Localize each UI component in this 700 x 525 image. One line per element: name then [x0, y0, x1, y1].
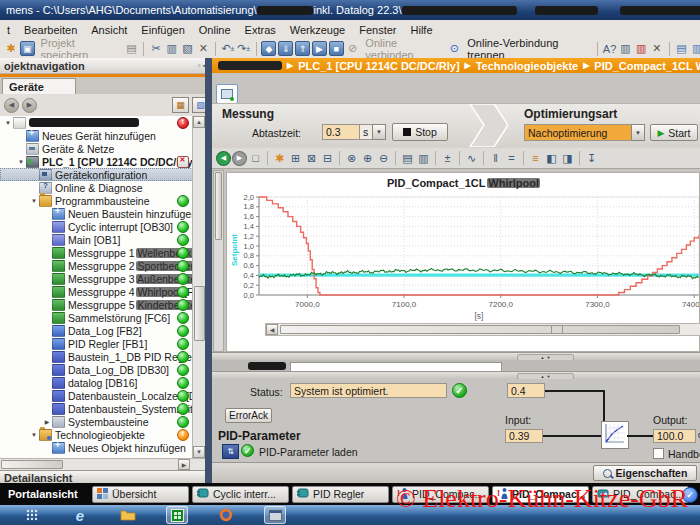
- start-simulation-icon[interactable]: ▥: [618, 41, 632, 56]
- editor-task-button[interactable]: Cyclic interr...: [192, 486, 289, 503]
- menu-item-werkzeuge[interactable]: Werkzeuge: [283, 24, 352, 36]
- detail-view-header[interactable]: Detailansicht: [0, 470, 209, 484]
- internet-explorer-icon[interactable]: e: [70, 507, 90, 523]
- tree-item[interactable]: Datenbaustein_Localzeit [DB28]: [0, 389, 205, 402]
- zoom-out-icon[interactable]: ⊖: [376, 151, 391, 166]
- download-to-device-icon[interactable]: ⇓: [278, 41, 293, 56]
- redo-icon[interactable]: ↷±: [237, 41, 251, 56]
- tree-item[interactable]: Messgruppe 4 Whirlpool [FC4]: [0, 285, 205, 298]
- tree-item[interactable]: Cyclic interrupt [OB30]: [0, 220, 205, 233]
- scroll-down-icon[interactable]: ▼: [193, 446, 205, 458]
- tree-item[interactable]: Datenbaustein_Systemzeit [DB24]: [0, 402, 205, 415]
- nav-back-icon[interactable]: ◀: [4, 98, 19, 113]
- output-value-field[interactable]: 100.0: [653, 429, 696, 443]
- error-ack-button[interactable]: ErrorAck: [225, 408, 272, 423]
- manual-mode-checkbox[interactable]: [653, 448, 664, 459]
- print-icon[interactable]: ▤: [124, 41, 138, 56]
- quick-launch-icon[interactable]: [22, 507, 42, 523]
- scroll-thumb[interactable]: [280, 325, 680, 334]
- tree-item[interactable]: Messgruppe 2 Sportbecken [FC2]: [0, 259, 205, 272]
- tree-item[interactable]: datalog [DB16]: [0, 376, 205, 389]
- copy-icon[interactable]: ▥: [165, 41, 179, 56]
- collapse-arrow-icon[interactable]: ▼: [3, 120, 13, 126]
- pan-icon[interactable]: ✱: [272, 151, 287, 166]
- start-button[interactable]: ▶ Start: [650, 124, 698, 141]
- zoom-selection-icon[interactable]: ⊟: [320, 151, 335, 166]
- folder-icon[interactable]: [118, 507, 138, 523]
- chart-horizontal-scrollbar[interactable]: ◀: [265, 323, 700, 336]
- tree-item[interactable]: Messgruppe 3 Außenbecken [FC3]: [0, 272, 205, 285]
- save-project-button[interactable]: Projekt speichern: [37, 37, 123, 61]
- properties-button[interactable]: Eigenschaften: [593, 465, 697, 481]
- menu-item-hilfe[interactable]: Hilfe: [404, 24, 440, 36]
- go-online-icon[interactable]: ⊘: [346, 41, 360, 56]
- scale-steps-icon[interactable]: ±: [440, 151, 455, 166]
- fit-height-icon[interactable]: ▤: [400, 151, 415, 166]
- scroll-up-icon[interactable]: ▲: [193, 116, 205, 128]
- tia-portal-taskbar-icon[interactable]: [166, 506, 188, 524]
- scroll-right-icon[interactable]: ▶: [178, 459, 190, 470]
- accessible-devices-icon[interactable]: A?: [603, 41, 617, 56]
- breadcrumb-plc[interactable]: PLC_1 [CPU 1214C DC/DC/Rly]: [298, 60, 459, 72]
- zoom-time-icon[interactable]: ⊗: [344, 151, 359, 166]
- tab-geraete[interactable]: Geräte: [2, 78, 76, 95]
- collapse-arrow-icon[interactable]: ▼: [16, 159, 26, 165]
- tree-item[interactable]: Sammelstörung [FC6]: [0, 311, 205, 324]
- breadcrumb-tech[interactable]: Technologieobjekte: [476, 60, 578, 72]
- app-window-icon[interactable]: [264, 506, 286, 524]
- stop-button[interactable]: Stop: [392, 123, 448, 141]
- menu-item-t[interactable]: t: [0, 24, 17, 36]
- details-view-icon[interactable]: ▦: [172, 97, 189, 113]
- new-project-icon[interactable]: ✱: [4, 41, 18, 56]
- tree-item[interactable]: Data_Log_DB [DB30]: [0, 363, 205, 376]
- menu-item-ansicht[interactable]: Ansicht: [84, 24, 134, 36]
- paste-icon[interactable]: ▧: [181, 41, 195, 56]
- undo-icon[interactable]: ↶±: [221, 41, 235, 56]
- breadcrumb-object[interactable]: PID_Compact_1CL W: [594, 60, 700, 72]
- setpoint-value-field[interactable]: 0.4: [507, 383, 545, 398]
- show-values-icon[interactable]: ∿: [464, 151, 479, 166]
- split-horizontal-icon[interactable]: =: [504, 151, 519, 166]
- online-connect-button[interactable]: Online verbinden: [361, 37, 445, 61]
- menu-item-fenster[interactable]: Fenster: [352, 24, 403, 36]
- upload-from-device-icon[interactable]: ⇑: [295, 41, 310, 56]
- save-icon[interactable]: ▣: [20, 41, 35, 56]
- menu-item-extras[interactable]: Extras: [238, 24, 283, 36]
- measurement-view-tab[interactable]: [216, 84, 238, 104]
- cut-icon[interactable]: ✂: [149, 41, 163, 56]
- forward-icon[interactable]: ▶: [232, 151, 247, 166]
- menu-item-bearbeiten[interactable]: Bearbeiten: [17, 24, 84, 36]
- tree-item[interactable]: Neues Gerät hinzufügen: [0, 129, 205, 142]
- scroll-thumb[interactable]: [1, 460, 63, 469]
- editor-task-button[interactable]: Übersicht: [92, 486, 189, 503]
- go-offline-icon[interactable]: ⊙: [448, 41, 462, 56]
- tree-item[interactable]: ▶Systembausteine: [0, 415, 205, 428]
- export-icon[interactable]: ↧: [584, 151, 599, 166]
- tree-item[interactable]: Data_Log [FB2]: [0, 324, 205, 337]
- pid-load-label[interactable]: PID-Parameter laden: [259, 446, 358, 458]
- zoom-dynamic-icon[interactable]: ⊠: [304, 151, 319, 166]
- expand-arrow-icon[interactable]: ▶: [42, 418, 52, 425]
- trend-vertical-scrollbar[interactable]: [213, 170, 224, 352]
- split-editor-v-icon[interactable]: ▥: [690, 41, 700, 56]
- tree-vertical-scrollbar[interactable]: ▲ ▼: [192, 116, 206, 458]
- start-cpu-icon[interactable]: ▶: [312, 41, 327, 56]
- panel-splitter[interactable]: [205, 58, 212, 483]
- cross-references-icon[interactable]: ✕: [650, 41, 664, 56]
- menu-item-einfügen[interactable]: Einfügen: [134, 24, 191, 36]
- back-icon[interactable]: ◀: [216, 151, 231, 166]
- menu-item-online[interactable]: Online: [192, 24, 238, 36]
- stop-simulation-icon[interactable]: ▥: [634, 41, 648, 56]
- stop-cpu-icon[interactable]: ■: [329, 41, 344, 56]
- delete-icon[interactable]: ✕: [196, 41, 210, 56]
- tree-item[interactable]: Messgruppe 1 Wellenbecken [FC1]: [0, 246, 205, 259]
- align-right-icon[interactable]: ◨: [560, 151, 575, 166]
- compile-icon[interactable]: ◆: [261, 41, 276, 56]
- tree-item[interactable]: Messgruppe 5 Kinderbecken [FC5]: [0, 298, 205, 311]
- tree-item[interactable]: Neues Objekt hinzufügen: [0, 441, 205, 454]
- input-value-field[interactable]: 0.39: [505, 429, 543, 443]
- tree-item[interactable]: Online & Diagnose: [0, 181, 205, 194]
- tree-item[interactable]: ▼Technologieobjekte: [0, 428, 205, 441]
- legend-icon[interactable]: ≡: [528, 151, 543, 166]
- zoom-in-icon[interactable]: ⊕: [360, 151, 375, 166]
